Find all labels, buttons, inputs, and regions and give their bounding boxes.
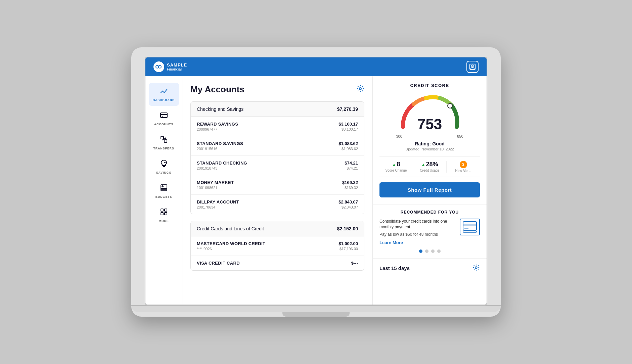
account-name: BILLPAY ACCOUNT: [197, 199, 239, 204]
credit-updated: Updated: November 10, 2022: [379, 147, 480, 151]
svg-rect-5: [161, 136, 164, 139]
carousel-dots: [379, 249, 480, 253]
savings-label: SAVINGS: [156, 171, 171, 174]
budgets-label: BUDGETS: [155, 195, 172, 198]
account-name: MASTERCARD WORLD CREDIT: [197, 241, 265, 246]
page-title: My Accounts: [190, 84, 244, 95]
sidebar-item-savings[interactable]: SAVINGS: [149, 155, 179, 178]
account-number: **** 0026: [197, 247, 265, 251]
transfers-icon: [160, 135, 168, 145]
account-row-mastercard[interactable]: MASTERCARD WORLD CREDIT **** 0026 $1,002…: [191, 236, 364, 256]
more-label: MORE: [159, 219, 169, 223]
account-balance: $3,100.17: [338, 122, 358, 127]
laptop-bottom: [131, 305, 501, 312]
account-row-reward-savings[interactable]: REWARD SAVINGS 2000967477 $3,100.17 $3,1…: [191, 117, 364, 136]
svg-rect-11: [165, 209, 167, 211]
recommended-title: RECOMMENDED FOR YOU: [379, 210, 480, 215]
account-number: 2000967477: [197, 127, 238, 131]
dashboard-icon: [160, 87, 168, 97]
carousel-dot-2[interactable]: [425, 249, 428, 253]
account-number: 2001915616: [197, 147, 243, 151]
last-days-section: Last 15 days: [373, 259, 487, 278]
credit-gauge: 753: [396, 93, 463, 132]
account-balance: $169.32: [342, 180, 358, 185]
svg-rect-4: [161, 113, 167, 118]
brand: SAMPLE Financial: [153, 61, 187, 72]
account-number: 200170634: [197, 205, 239, 209]
new-alerts-value: 3: [449, 161, 477, 168]
account-row-billpay[interactable]: BILLPAY ACCOUNT 200170634 $2,843.07 $2,8…: [191, 195, 364, 214]
svg-point-14: [359, 88, 361, 90]
sidebar-item-dashboard[interactable]: DASHBOARD: [149, 83, 179, 106]
credit-usage-value: ▲ 28%: [416, 161, 444, 168]
top-nav: SAMPLE Financial: [145, 57, 487, 76]
show-full-report-button[interactable]: Show Full Report: [379, 182, 480, 197]
account-row-standard-checking[interactable]: STANDARD CHECKING 2001918743 $74.21 $74.…: [191, 156, 364, 175]
svg-point-15: [448, 103, 452, 108]
account-balance: $74.21: [345, 161, 358, 166]
account-available: $2,843.07: [338, 205, 358, 209]
svg-rect-12: [161, 213, 163, 215]
group-name-checking: Checking and Savings: [197, 106, 243, 112]
score-stats: ▲ 8 Score Change ▲ 28% Credit Usa: [379, 156, 480, 177]
account-available: $1,083.62: [338, 147, 358, 151]
account-balance: $1,002.00: [338, 241, 358, 246]
svg-rect-18: [464, 228, 468, 229]
svg-point-9: [162, 186, 163, 187]
accounts-panel: My Accounts Checking and Savings $7: [182, 76, 372, 305]
main-container: DASHBOARD ACCOUNTS: [145, 76, 487, 305]
brand-icon: [153, 61, 164, 72]
sidebar: DASHBOARD ACCOUNTS: [145, 76, 182, 305]
savings-icon: [160, 160, 168, 170]
account-balance: $1,083.62: [338, 141, 358, 146]
accounts-label: ACCOUNTS: [154, 123, 173, 126]
account-row-visa[interactable]: VISA CREDIT CARD $---: [191, 256, 364, 270]
stat-new-alerts: 3 New Alerts: [447, 161, 480, 173]
checking-savings-group: Checking and Savings $7,270.39 REWARD SA…: [190, 101, 364, 214]
transfers-label: TRANSFERS: [153, 147, 174, 150]
sidebar-item-budgets[interactable]: BUDGETS: [149, 180, 179, 202]
sidebar-item-accounts[interactable]: ACCOUNTS: [149, 107, 179, 130]
accounts-icon: [160, 111, 168, 121]
gauge-labels: 300 850: [396, 134, 463, 138]
sidebar-item-more[interactable]: MORE: [149, 204, 179, 227]
right-panel: CREDIT SCORE: [372, 76, 487, 305]
account-available: $17,196.00: [338, 247, 358, 251]
rec-main-text: Consolidate your credit cards into one m…: [379, 219, 456, 230]
account-name: STANDARD CHECKING: [197, 161, 247, 166]
recommended-section: RECOMMENDED FOR YOU Consolidate your cre…: [373, 204, 487, 259]
accounts-settings-icon[interactable]: [356, 85, 364, 95]
account-balance: $2,843.07: [338, 199, 358, 204]
carousel-dot-3[interactable]: [431, 249, 435, 253]
brand-sample-label: SAMPLE: [167, 62, 187, 67]
group-total-credit: $2,152.00: [337, 226, 358, 231]
last-days-settings-icon[interactable]: [472, 264, 480, 273]
laptop-stand: [282, 312, 350, 317]
credit-score-section: CREDIT SCORE: [373, 76, 487, 204]
credit-score-title: CREDIT SCORE: [379, 83, 480, 88]
learn-more-link[interactable]: Learn More: [379, 240, 403, 245]
account-row-money-market[interactable]: MONEY MARKET 1001098621 $169.32 $169.32: [191, 175, 364, 195]
user-account-icon[interactable]: [466, 61, 479, 73]
dashboard-label: DASHBOARD: [153, 98, 175, 102]
recommended-card: Consolidate your credit cards into one m…: [379, 219, 480, 245]
brand-financial-label: Financial: [167, 67, 187, 71]
account-name: VISA CREDIT CARD: [197, 261, 240, 266]
account-number: 1001098621: [197, 186, 234, 190]
new-alerts-label: New Alerts: [449, 169, 477, 173]
account-available: $3,100.17: [338, 127, 358, 131]
credit-rating: Rating: Good: [379, 141, 480, 146]
gauge-min-label: 300: [396, 134, 402, 138]
carousel-dot-4[interactable]: [437, 249, 441, 253]
recommended-text: Consolidate your credit cards into one m…: [379, 219, 456, 245]
account-row-standard-savings[interactable]: STANDARD SAVINGS 2001915616 $1,083.62 $1…: [191, 136, 364, 156]
group-name-credit: Credit Cards and Lines of Credit: [197, 226, 264, 231]
budgets-icon: [160, 184, 168, 194]
group-total-checking: $7,270.39: [337, 106, 358, 112]
svg-rect-16: [463, 222, 477, 230]
sidebar-item-transfers[interactable]: TRANSFERS: [149, 131, 179, 154]
svg-point-3: [471, 65, 473, 67]
carousel-dot-1[interactable]: [419, 249, 422, 253]
gauge-max-label: 850: [457, 134, 463, 138]
brand-text: SAMPLE Financial: [167, 62, 187, 71]
